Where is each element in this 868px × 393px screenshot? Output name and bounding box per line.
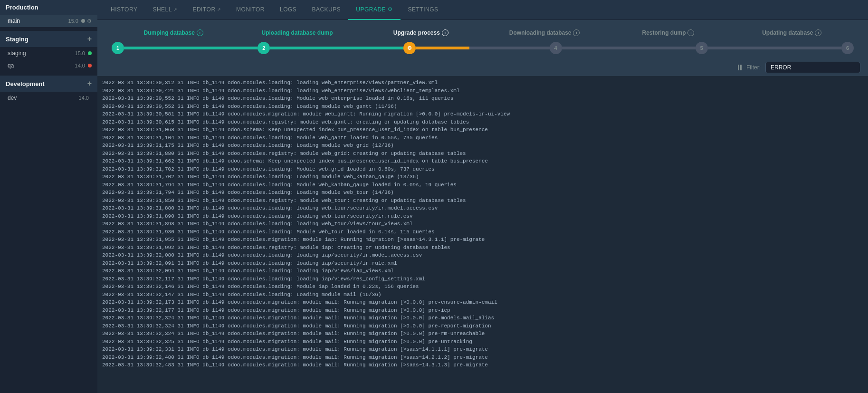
sidebar-section-production-label: Production	[6, 4, 38, 11]
log-line: 2022-03-31 13:39:31,850 31 INFO db_1149 …	[102, 197, 863, 205]
gear-icon: ⚙	[87, 18, 92, 24]
log-area[interactable]: 2022-03-31 13:39:30,312 31 INFO db_1149 …	[97, 76, 868, 393]
step-label-4: Downloading database i	[483, 29, 606, 36]
log-line: 2022-03-31 13:39:30,552 31 INFO db_1149 …	[102, 95, 863, 103]
filter-bar: Filter:	[97, 59, 868, 76]
log-line: 2022-03-31 13:39:32,177 31 INFO db_1149 …	[102, 307, 863, 315]
tab-history[interactable]: HISTORY	[103, 0, 145, 20]
step-label-3: Upgrade process i	[359, 29, 483, 36]
seg-2-3	[270, 47, 403, 49]
sidebar-item-dev-version: 14.0	[79, 95, 89, 101]
sidebar: Production main 15.0 ⚙ Staging + staging…	[0, 0, 97, 393]
log-line: 2022-03-31 13:39:31,104 31 INFO db_1149 …	[102, 134, 863, 142]
step-label-1: Dumping database i	[112, 29, 235, 36]
step-node-4: 4	[550, 42, 562, 54]
step-node-5: 5	[696, 42, 708, 54]
shell-external-icon: ↗	[173, 7, 178, 12]
log-line: 2022-03-31 13:39:31,992 31 INFO db_1149 …	[102, 244, 863, 252]
log-line: 2022-03-31 13:39:32,080 31 INFO db_1149 …	[102, 251, 863, 259]
sidebar-item-main[interactable]: main 15.0 ⚙	[0, 15, 97, 27]
tab-upgrade-label: UPGRADE	[356, 6, 386, 13]
tab-backups[interactable]: BACKUPS	[304, 0, 348, 20]
log-line: 2022-03-31 13:39:32,480 31 INFO db_1149 …	[102, 354, 863, 362]
log-line: 2022-03-31 13:39:31,880 31 INFO db_1149 …	[102, 204, 863, 212]
filter-label: Filter:	[746, 64, 761, 71]
log-line: 2022-03-31 13:39:31,930 31 INFO db_1149 …	[102, 228, 863, 236]
sidebar-item-main-name: main	[8, 18, 68, 24]
log-line: 2022-03-31 13:39:31,898 31 INFO db_1149 …	[102, 220, 863, 228]
sidebar-item-qa-version: 14.0	[75, 63, 85, 68]
pause-icon	[738, 65, 742, 70]
step-5-text: Restoring dump	[642, 29, 686, 36]
sidebar-item-qa[interactable]: qa 14.0	[0, 59, 97, 72]
log-line: 2022-03-31 13:39:30,421 31 INFO db_1149 …	[102, 87, 863, 95]
staging-add-button[interactable]: +	[87, 35, 92, 43]
tab-monitor-label: MONITOR	[236, 6, 265, 13]
development-add-button[interactable]: +	[87, 79, 92, 88]
sidebar-item-staging-version: 15.0	[75, 50, 85, 56]
seg-3-4	[416, 47, 549, 49]
log-line: 2022-03-31 13:39:31,702 31 INFO db_1149 …	[102, 165, 863, 173]
step-5-info-icon[interactable]: i	[687, 29, 694, 36]
step-node-1: 1	[112, 42, 124, 54]
log-line: 2022-03-31 13:39:32,147 31 INFO db_1149 …	[102, 291, 863, 299]
sidebar-item-dev[interactable]: dev 14.0	[0, 92, 97, 104]
log-line: 2022-03-31 13:39:30,312 31 INFO db_1149 …	[102, 79, 863, 87]
seg-5-6	[708, 47, 841, 49]
step-label-6: Updating database i	[730, 29, 854, 36]
seg-4-5	[562, 47, 696, 49]
step-node-6: 6	[841, 42, 854, 54]
log-line: 2022-03-31 13:39:30,552 31 INFO db_1149 …	[102, 103, 863, 111]
log-line: 2022-03-31 13:39:32,324 31 INFO db_1149 …	[102, 330, 863, 338]
progress-step-labels: Dumping database i Uploading database du…	[112, 29, 854, 36]
log-line: 2022-03-31 13:39:32,091 31 INFO db_1149 …	[102, 259, 863, 268]
sidebar-item-staging-name: staging	[8, 50, 75, 57]
tab-shell-label: SHELL	[153, 6, 172, 13]
log-line: 2022-03-31 13:39:31,880 31 INFO db_1149 …	[102, 150, 863, 158]
tab-editor[interactable]: EDITOR ↗	[185, 0, 229, 20]
tab-monitor[interactable]: MONITOR	[229, 0, 272, 20]
pause-button[interactable]	[738, 65, 742, 70]
log-line: 2022-03-31 13:39:32,146 31 INFO db_1149 …	[102, 283, 863, 291]
log-line: 2022-03-31 13:39:32,324 31 INFO db_1149 …	[102, 322, 863, 330]
step-6-text: Updating database	[762, 29, 813, 36]
log-line: 2022-03-31 13:39:31,955 31 INFO db_1149 …	[102, 236, 863, 244]
sidebar-item-staging[interactable]: staging 15.0	[0, 47, 97, 59]
log-line: 2022-03-31 13:39:31,794 31 INFO db_1149 …	[102, 189, 863, 197]
log-line: 2022-03-31 13:39:32,331 31 INFO db_1149 …	[102, 345, 863, 354]
sidebar-item-main-version: 15.0	[68, 18, 78, 24]
log-line: 2022-03-31 13:39:32,117 31 INFO db_1149 …	[102, 275, 863, 283]
sidebar-section-staging: Staging +	[0, 31, 97, 47]
filter-input[interactable]	[765, 62, 860, 73]
sidebar-section-production: Production	[0, 0, 97, 15]
step-3-text: Upgrade process	[393, 29, 440, 36]
step-3-info-icon[interactable]: i	[442, 29, 448, 36]
tab-shell[interactable]: SHELL ↗	[145, 0, 185, 20]
seg-1-2	[124, 47, 258, 49]
tab-history-label: HISTORY	[111, 6, 137, 13]
sidebar-section-development: Development +	[0, 76, 97, 92]
log-line: 2022-03-31 13:39:32,173 31 INFO db_1149 …	[102, 298, 863, 307]
sidebar-item-main-status-dot	[81, 19, 85, 23]
step-6-info-icon[interactable]: i	[815, 29, 821, 36]
tab-settings[interactable]: SETTINGS	[401, 0, 446, 20]
progress-bar: 1 2 ⚙ 4 5 6	[112, 42, 854, 54]
step-1-text: Dumping database	[143, 29, 194, 36]
tab-upgrade[interactable]: UPGRADE ⚙	[348, 0, 400, 20]
topnav: HISTORY SHELL ↗ EDITOR ↗ MONITOR LOGS BA…	[97, 0, 868, 20]
log-line: 2022-03-31 13:39:32,324 31 INFO db_1149 …	[102, 314, 863, 322]
tab-logs[interactable]: LOGS	[272, 0, 304, 20]
log-line: 2022-03-31 13:39:30,615 31 INFO db_1149 …	[102, 118, 863, 126]
sidebar-section-staging-label: Staging	[6, 36, 29, 43]
log-line: 2022-03-31 13:39:31,890 31 INFO db_1149 …	[102, 212, 863, 220]
sidebar-item-qa-name: qa	[8, 62, 75, 69]
log-line: 2022-03-31 13:39:31,794 31 INFO db_1149 …	[102, 181, 863, 189]
step-4-info-icon[interactable]: i	[573, 29, 580, 36]
step-1-info-icon[interactable]: i	[197, 29, 203, 36]
editor-external-icon: ↗	[217, 7, 221, 12]
log-line: 2022-03-31 13:39:32,325 31 INFO db_1149 …	[102, 338, 863, 346]
sidebar-section-development-label: Development	[6, 80, 45, 87]
sidebar-item-dev-name: dev	[8, 95, 79, 101]
tab-editor-label: EDITOR	[192, 6, 215, 13]
tab-backups-label: BACKUPS	[312, 6, 341, 13]
